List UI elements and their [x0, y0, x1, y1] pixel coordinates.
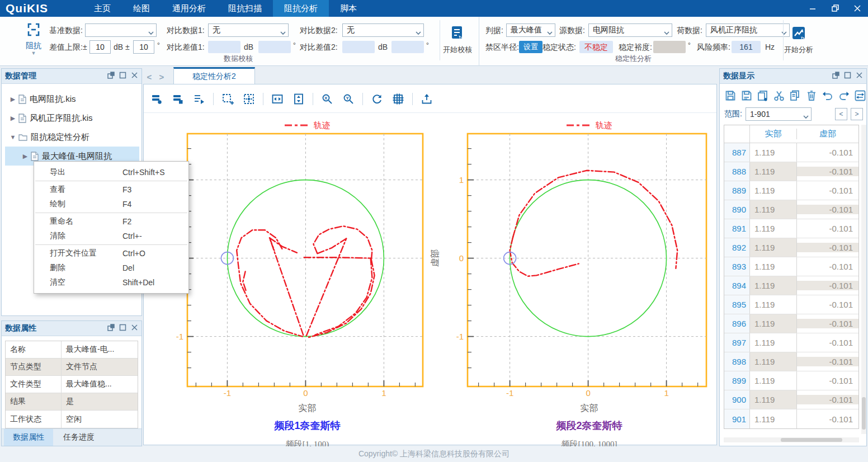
dock-tab-1[interactable]: 任务进度 — [54, 429, 103, 446]
prev-page-button[interactable]: < — [835, 108, 847, 120]
fit-height-icon[interactable] — [291, 92, 306, 106]
dock-tab-0[interactable]: 数据属性 — [4, 429, 53, 446]
property-row[interactable]: 结果是 — [6, 393, 138, 411]
table-row[interactable]: 8971.119-0.101 — [724, 333, 858, 352]
cut-icon[interactable] — [773, 88, 785, 103]
select-point-icon[interactable] — [242, 92, 256, 106]
float-panel-icon[interactable] — [832, 72, 839, 81]
copy-icon[interactable] — [757, 88, 769, 103]
minimize-icon[interactable] — [805, 2, 820, 15]
set-button[interactable]: 设置 — [519, 41, 542, 53]
context-menu-item-5[interactable]: 打开文件位置Ctrl+O — [34, 246, 188, 261]
tab-stability-analysis-2[interactable]: 稳定性分析2 — [173, 67, 255, 84]
tree-item-0[interactable]: ▶电网阻抗.kis — [5, 89, 139, 109]
context-menu-item-1[interactable]: 查看F3 — [34, 182, 188, 197]
close-panel-icon[interactable] — [856, 72, 863, 81]
context-menu-item-7[interactable]: 清空Shift+Del — [34, 275, 188, 290]
col-real[interactable]: 实部 — [750, 129, 797, 139]
table-row[interactable]: 8931.119-0.101 — [724, 257, 858, 276]
chart-canvas[interactable]: -1-10011 — [169, 133, 427, 400]
table-row[interactable]: 8891.119-0.101 — [724, 181, 858, 200]
property-row[interactable]: 节点类型文件节点 — [6, 359, 138, 376]
chart-canvas[interactable]: -1-10011 — [450, 133, 711, 400]
float-panel-icon[interactable] — [107, 324, 115, 333]
property-row[interactable]: 名称最大峰值-电... — [6, 341, 138, 359]
chevron-collapsed-icon[interactable]: ▶ — [8, 115, 17, 122]
table-row[interactable]: 9001.119-0.101 — [724, 390, 858, 409]
tab-scroll-left-icon[interactable]: < — [143, 69, 155, 84]
maximize-panel-icon[interactable] — [119, 324, 126, 333]
sync-icon[interactable] — [854, 88, 866, 103]
restore-icon[interactable] — [828, 2, 842, 15]
table-row[interactable]: 8921.119-0.101 — [724, 238, 858, 257]
close-panel-icon[interactable] — [131, 72, 138, 81]
tree-item-2[interactable]: ▼阻抗稳定性分析 — [5, 128, 139, 147]
close-icon[interactable] — [850, 2, 865, 15]
tree-item-1[interactable]: ▶风机正序阻抗.kis — [5, 109, 139, 128]
refresh-icon[interactable] — [370, 92, 384, 106]
context-menu-item-3[interactable]: 重命名F2 — [34, 214, 188, 229]
move-right-icon[interactable] — [192, 92, 206, 106]
start-analysis-button[interactable]: 开始分析 — [781, 25, 817, 55]
source-data-select[interactable]: 电网阻抗 — [588, 23, 672, 37]
menu-item-2[interactable]: 通用分析 — [161, 0, 217, 17]
diff-deg-input[interactable]: 10 — [133, 40, 154, 54]
table-row[interactable]: 9011.119-0.101 — [724, 409, 858, 428]
delete-icon[interactable] — [805, 88, 818, 103]
menu-item-5[interactable]: 脚本 — [329, 0, 368, 17]
context-menu-item-4[interactable]: 清除Ctrl+- — [34, 229, 188, 243]
maximize-panel-icon[interactable] — [844, 72, 851, 81]
zoom-y-icon[interactable]: Y — [341, 92, 356, 106]
table-row[interactable]: 8941.119-0.101 — [724, 276, 858, 295]
col-imag[interactable]: 虚部 — [797, 129, 858, 139]
next-page-button[interactable]: > — [851, 108, 863, 120]
add-table-icon[interactable] — [171, 92, 185, 106]
redo-icon[interactable] — [838, 88, 850, 103]
property-row[interactable]: 文件类型最大峰值稳... — [6, 376, 138, 393]
diff-db-input[interactable]: 10 — [89, 40, 111, 54]
chevron-collapsed-icon[interactable]: ▶ — [21, 153, 30, 160]
table-row[interactable]: 8961.119-0.101 — [724, 314, 858, 333]
table-row[interactable]: 8881.119-0.101 — [724, 162, 858, 181]
menu-item-1[interactable]: 绘图 — [122, 0, 161, 17]
save-icon[interactable] — [724, 88, 737, 103]
table-row[interactable]: 8951.119-0.101 — [724, 295, 858, 314]
select-region-icon[interactable] — [220, 92, 235, 106]
maximize-panel-icon[interactable] — [119, 72, 126, 81]
center-view-icon[interactable] — [391, 92, 405, 106]
chevron-expanded-icon[interactable]: ▼ — [8, 134, 17, 140]
export-icon[interactable] — [419, 92, 434, 106]
base-data-select[interactable] — [85, 23, 157, 37]
start-check-button[interactable]: 开始校核 — [440, 25, 475, 55]
fit-width-icon[interactable] — [270, 92, 285, 106]
tab-scroll-right-icon[interactable]: > — [155, 69, 168, 84]
menu-item-3[interactable]: 阻抗扫描 — [217, 0, 273, 17]
property-row[interactable]: 工作状态空闲 — [6, 411, 138, 428]
context-menu-item-0[interactable]: 导出Ctrl+Shift+S — [34, 165, 188, 180]
add-series-icon[interactable] — [149, 92, 164, 106]
range-select[interactable]: 1-901 — [746, 107, 812, 121]
float-panel-icon[interactable] — [107, 72, 115, 81]
chevron-collapsed-icon[interactable]: ▶ — [8, 96, 17, 103]
zoom-x-icon[interactable]: X — [320, 92, 334, 106]
table-row[interactable]: 8981.119-0.101 — [724, 352, 858, 371]
undo-icon[interactable] — [822, 88, 834, 103]
close-panel-icon[interactable] — [131, 324, 138, 333]
table-vscrollbar[interactable] — [861, 125, 866, 434]
table-row[interactable]: 8911.119-0.101 — [724, 219, 858, 238]
context-menu-item-2[interactable]: 绘制F4 — [34, 197, 188, 211]
table-row[interactable]: 8871.119-0.101 — [724, 143, 858, 162]
menu-item-0[interactable]: 主页 — [83, 0, 122, 17]
table-row[interactable]: 8901.119-0.101 — [724, 200, 858, 219]
table-row[interactable]: 8991.119-0.101 — [724, 371, 858, 390]
paste-icon[interactable] — [789, 88, 801, 103]
criterion-select[interactable]: 最大峰值 — [506, 23, 555, 37]
menu-item-4[interactable]: 阻抗分析 — [273, 0, 329, 17]
table-hscrollbar[interactable] — [724, 437, 859, 442]
save-as-icon[interactable] — [740, 88, 753, 103]
load-data-select[interactable]: 风机正序阻抗 — [706, 23, 790, 37]
compare2-select[interactable]: 无 — [342, 23, 424, 37]
impedance-tool-button[interactable]: 阻抗 ▼ — [19, 21, 48, 63]
compare1-select[interactable]: 无 — [208, 23, 289, 37]
context-menu-item-6[interactable]: 删除Del — [34, 261, 188, 275]
